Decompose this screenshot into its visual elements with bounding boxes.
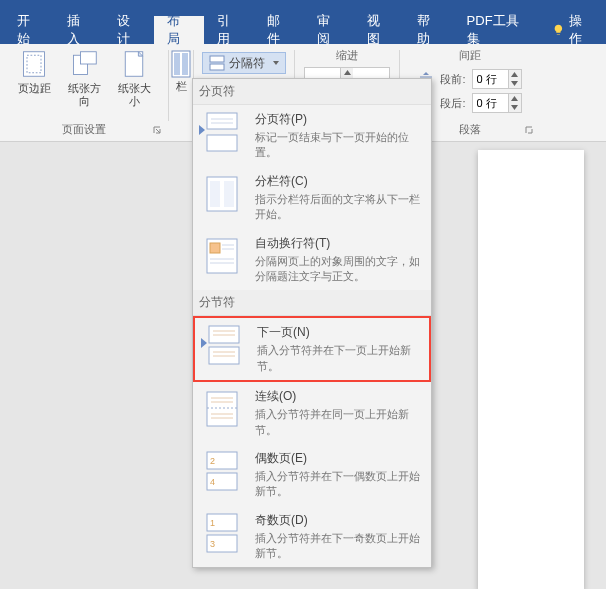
space-before-spin[interactable]: [472, 69, 522, 89]
spin-down-icon[interactable]: [508, 79, 521, 88]
svg-rect-26: [224, 181, 234, 207]
svg-rect-25: [210, 181, 220, 207]
tab-reference[interactable]: 引用: [204, 16, 254, 44]
tab-layout[interactable]: 布局: [154, 16, 204, 44]
break-even-page-item[interactable]: 24 偶数页(E) 插入分节符并在下一偶数页上开始新节。: [193, 444, 431, 506]
svg-rect-9: [210, 64, 224, 70]
ribbon-tabs: 开始 插入 设计 布局 引用 邮件 审阅 视图 帮助 PDF工具集 操作: [0, 16, 606, 44]
spin-up-icon[interactable]: [508, 70, 521, 79]
break-textwrap-desc: 分隔网页上的对象周围的文字，如分隔题注文字与正文。: [255, 254, 423, 285]
odd-page-break-icon: 13: [201, 512, 243, 554]
spacing-group-label: 间距: [459, 48, 481, 63]
tab-review[interactable]: 审阅: [304, 16, 354, 44]
tab-operate[interactable]: 操作: [539, 16, 606, 44]
break-continuous-title: 连续(O): [255, 388, 423, 405]
indent-group-label: 缩进: [336, 48, 358, 63]
break-odd-page-item[interactable]: 13 奇数页(D) 插入分节符并在下一奇数页上开始新节。: [193, 506, 431, 568]
spin-down-icon[interactable]: [508, 103, 521, 112]
orientation-label: 纸张方向: [63, 82, 105, 108]
tab-mailings[interactable]: 邮件: [254, 16, 304, 44]
tab-pdf[interactable]: PDF工具集: [454, 16, 540, 44]
svg-text:3: 3: [210, 539, 215, 549]
space-before-input[interactable]: [473, 73, 508, 85]
tab-help[interactable]: 帮助: [404, 16, 454, 44]
space-after-input[interactable]: [473, 97, 508, 109]
svg-rect-28: [210, 243, 220, 253]
continuous-break-icon: [201, 388, 243, 430]
break-odd-page-desc: 插入分节符并在下一奇数页上开始新节。: [255, 531, 423, 562]
tab-operate-label: 操作: [569, 12, 593, 48]
break-even-page-desc: 插入分节符并在下一偶数页上开始新节。: [255, 469, 423, 500]
svg-rect-20: [207, 113, 237, 129]
svg-text:4: 4: [210, 477, 215, 487]
svg-rect-21: [207, 135, 237, 151]
break-page-title: 分页符(P): [255, 111, 423, 128]
break-continuous-item[interactable]: 连续(O) 插入分节符并在同一页上开始新节。: [193, 382, 431, 444]
break-column-desc: 指示分栏符后面的文字将从下一栏开始。: [255, 192, 423, 223]
page-setup-group-label: 页面设置: [0, 122, 168, 137]
break-even-page-title: 偶数页(E): [255, 450, 423, 467]
breaks-label: 分隔符: [229, 55, 265, 72]
columns-label: 栏: [176, 80, 187, 93]
columns-icon: [171, 50, 191, 78]
size-label: 纸张大小: [113, 82, 155, 108]
group-columns: 栏: [169, 44, 193, 141]
break-next-page-title: 下一页(N): [257, 324, 421, 341]
margins-label: 页边距: [18, 82, 51, 95]
size-icon: [120, 50, 148, 80]
svg-rect-6: [174, 53, 180, 75]
lightbulb-icon: [552, 23, 565, 37]
columns-button[interactable]: 栏: [169, 48, 193, 95]
orientation-icon: [70, 50, 98, 80]
spin-up-icon[interactable]: [508, 94, 521, 103]
break-column-title: 分栏符(C): [255, 173, 423, 190]
svg-rect-39: [207, 392, 237, 426]
break-next-page-item[interactable]: 下一页(N) 插入分节符并在下一页上开始新节。: [193, 316, 431, 382]
break-next-page-desc: 插入分节符并在下一页上开始新节。: [257, 343, 421, 374]
svg-text:1: 1: [210, 518, 215, 528]
breaks-dropdown-header-section: 分节符: [193, 290, 431, 316]
orientation-button[interactable]: 纸张方向: [59, 48, 109, 110]
paragraph-launcher[interactable]: [523, 124, 537, 138]
break-textwrap-item[interactable]: 自动换行符(T) 分隔网页上的对象周围的文字，如分隔题注文字与正文。: [193, 229, 431, 291]
break-textwrap-title: 自动换行符(T): [255, 235, 423, 252]
tab-insert[interactable]: 插入: [54, 16, 104, 44]
svg-rect-7: [182, 53, 188, 75]
spin-up-icon[interactable]: [340, 68, 353, 77]
space-after-label: 段后:: [440, 96, 465, 111]
tab-design[interactable]: 设计: [104, 16, 154, 44]
margins-button[interactable]: 页边距: [9, 48, 59, 110]
next-page-break-icon: [203, 324, 245, 366]
page-break-icon: [201, 111, 243, 153]
breaks-button[interactable]: 分隔符: [202, 52, 286, 74]
space-before-label: 段前:: [440, 72, 465, 87]
group-page-setup: 页边距 纸张方向 纸张大小 页面设置: [0, 44, 168, 141]
break-continuous-desc: 插入分节符并在同一页上开始新节。: [255, 407, 423, 438]
svg-rect-8: [210, 56, 224, 62]
textwrap-break-icon: [201, 235, 243, 277]
margins-icon: [20, 50, 48, 80]
tab-view[interactable]: 视图: [354, 16, 404, 44]
even-page-break-icon: 24: [201, 450, 243, 492]
break-page-desc: 标记一页结束与下一页开始的位置。: [255, 130, 423, 161]
size-button[interactable]: 纸张大小: [109, 48, 159, 110]
svg-rect-3: [81, 52, 97, 64]
break-column-item[interactable]: 分栏符(C) 指示分栏符后面的文字将从下一栏开始。: [193, 167, 431, 229]
svg-text:2: 2: [210, 456, 215, 466]
page-setup-launcher[interactable]: [151, 124, 165, 138]
space-after-spin[interactable]: [472, 93, 522, 113]
breaks-dropdown-header-page: 分页符: [193, 79, 431, 105]
break-page-item[interactable]: 分页符(P) 标记一页结束与下一页开始的位置。: [193, 105, 431, 167]
document-page[interactable]: [478, 150, 584, 589]
break-odd-page-title: 奇数页(D): [255, 512, 423, 529]
tab-start[interactable]: 开始: [4, 16, 54, 44]
breaks-dropdown: 分页符 分页符(P) 标记一页结束与下一页开始的位置。 分栏符(C) 指示分栏符…: [192, 78, 432, 568]
breaks-icon: [209, 55, 225, 71]
column-break-icon: [201, 173, 243, 215]
